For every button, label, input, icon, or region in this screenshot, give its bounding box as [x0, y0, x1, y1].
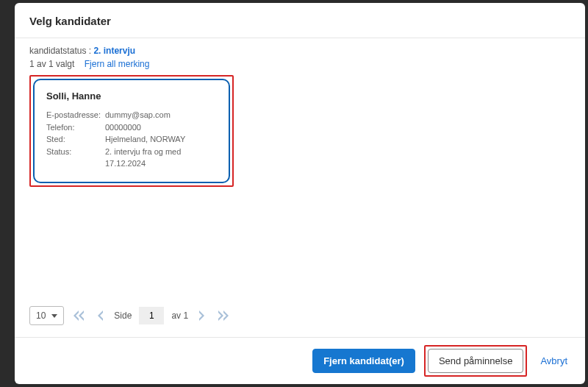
candidate-details: E-postadresse: dummy@sap.com Telefon: 00… — [46, 109, 217, 170]
email-value: dummy@sap.com — [105, 109, 171, 121]
annotation-highlight-send: Send påminnelse — [424, 345, 527, 377]
cancel-button[interactable]: Avbryt — [536, 349, 572, 372]
prev-page-button[interactable] — [93, 309, 107, 322]
detail-row-email: E-postadresse: dummy@sap.com — [46, 109, 217, 121]
page-size-select[interactable]: 10 — [29, 306, 64, 325]
status-detail-value: 2. intervju fra og med 17.12.2024 — [105, 146, 217, 170]
page-total-label: av 1 — [171, 310, 188, 321]
location-value: Hjelmeland, NORWAY — [105, 133, 185, 146]
page-size-value: 10 — [36, 310, 46, 321]
double-chevron-right-icon — [218, 310, 229, 321]
detail-row-phone: Telefon: 00000000 — [46, 121, 217, 134]
next-page-button[interactable] — [196, 309, 209, 322]
candidate-name: Solli, Hanne — [46, 90, 217, 102]
candidate-card[interactable]: Solli, Hanne E-postadresse: dummy@sap.co… — [33, 79, 230, 183]
send-reminder-button[interactable]: Send påminnelse — [428, 349, 523, 373]
phone-value: 00000000 — [105, 121, 141, 134]
remove-candidate-button[interactable]: Fjern kandidat(er) — [312, 349, 415, 373]
detail-row-status: Status: 2. intervju fra og med 17.12.202… — [46, 146, 217, 170]
first-page-button[interactable] — [70, 309, 87, 322]
select-candidates-dialog: Velg kandidater kandidatstatus : 2. inte… — [15, 3, 585, 384]
annotation-highlight-card: Solli, Hanne E-postadresse: dummy@sap.co… — [29, 75, 234, 187]
email-label: E-postadresse: — [46, 109, 105, 121]
phone-label: Telefon: — [46, 121, 105, 134]
status-value: 2. intervju — [93, 46, 135, 56]
chevron-right-icon — [198, 310, 206, 321]
chevron-down-icon — [51, 314, 57, 318]
location-label: Sted: — [46, 133, 105, 146]
selection-count: 1 av 1 valgt — [29, 59, 74, 69]
detail-row-location: Sted: Hjelmeland, NORWAY — [46, 133, 217, 146]
current-page-input[interactable] — [139, 307, 164, 324]
status-detail-label: Status: — [46, 146, 105, 170]
dialog-header: Velg kandidater — [15, 3, 585, 38]
selection-summary-line: 1 av 1 valgt Fjern all merking — [29, 59, 570, 69]
page-label-side: Side — [114, 310, 132, 321]
chevron-left-icon — [96, 310, 104, 321]
dialog-footer: Fjern kandidat(er) Send påminnelse Avbry… — [15, 337, 585, 384]
pagination-bar: 10 Side av 1 — [15, 299, 585, 337]
dialog-body: kandidatstatus : 2. intervju 1 av 1 valg… — [15, 38, 585, 299]
deselect-all-link[interactable]: Fjern all merking — [85, 59, 150, 69]
status-label: kandidatstatus : — [29, 46, 91, 56]
dialog-title: Velg kandidater — [29, 15, 570, 27]
double-chevron-left-icon — [73, 310, 85, 321]
candidate-status-line: kandidatstatus : 2. intervju — [29, 46, 570, 56]
last-page-button[interactable] — [215, 309, 232, 322]
